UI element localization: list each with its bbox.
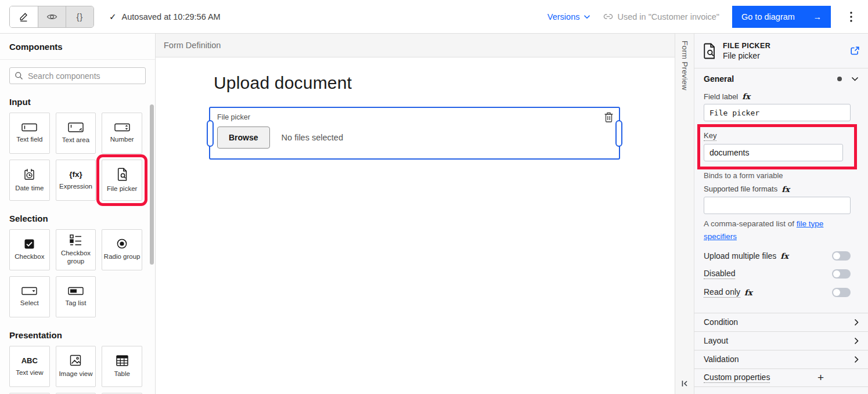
palette-item-label: Checkbox [13, 253, 45, 261]
table-icon [116, 355, 128, 366]
kebab-icon [850, 12, 852, 22]
versions-dropdown[interactable]: Versions [548, 12, 591, 21]
fx-icon: fx [781, 185, 790, 194]
upload-multiple-files-row: Upload multiple files fx [704, 251, 851, 261]
plus-icon[interactable]: + [817, 371, 824, 384]
checkmark-icon: ✓ [109, 12, 117, 22]
palette-item-expression[interactable]: {fx} Expression [56, 160, 96, 201]
palette-item-date-time[interactable]: Date time [9, 160, 50, 201]
chevron-down-icon [584, 15, 590, 19]
tag-list-icon [68, 287, 84, 295]
chevron-down-icon [851, 77, 859, 81]
read-only-toggle[interactable] [832, 288, 851, 297]
checkbox-group-icon [70, 234, 82, 245]
select-icon [21, 287, 37, 295]
design-mode-button[interactable] [10, 6, 38, 27]
browse-button[interactable]: Browse [217, 126, 270, 149]
used-in-link[interactable]: Used in "Customer invoice" [603, 12, 719, 21]
validation-section[interactable]: Validation [694, 350, 868, 368]
layout-section[interactable]: Layout [694, 331, 868, 350]
disabled-row: Disabled [704, 269, 851, 279]
properties-panel-header: FILE PICKER File picker [694, 34, 868, 68]
versions-label: Versions [548, 12, 580, 21]
expression-icon: {fx} [69, 170, 82, 179]
checkbox-icon [24, 239, 34, 249]
editor-mode-switcher: {} [9, 6, 94, 28]
form-canvas[interactable]: Upload document File picker Browse No fi… [156, 57, 675, 394]
upload-multiple-files-toggle[interactable] [832, 251, 851, 261]
formats-caption: Supported file formats fx [704, 185, 851, 194]
properties-panel: FILE PICKER File picker General Field la… [694, 34, 868, 394]
palette-title: Components [0, 34, 155, 60]
component-search [9, 67, 146, 84]
palette-item-label: Select [19, 299, 40, 308]
fx-icon: fx [742, 92, 750, 101]
general-title: General [704, 74, 734, 84]
field-label-caption: Field label fx [704, 92, 851, 101]
palette-item-label: Checkbox group [56, 250, 96, 266]
section-label-selection: Selection [9, 214, 142, 223]
palette-item-label: File picker [106, 185, 138, 193]
json-mode-button[interactable]: {} [66, 6, 93, 27]
chevron-right-icon [854, 319, 859, 326]
formats-help-text: A comma-separated list of file type spec… [704, 218, 851, 243]
number-icon [114, 123, 130, 132]
palette-item-radio-group[interactable]: Radio group [102, 229, 142, 270]
braces-icon: {} [77, 12, 83, 21]
palette-item-label: Expression [58, 183, 93, 191]
palette-item-label: Text view [15, 369, 44, 377]
external-link-button[interactable] [850, 46, 860, 56]
palette-item-checkbox-group[interactable]: Checkbox group [56, 229, 96, 270]
preview-mode-button[interactable] [38, 6, 66, 27]
custom-properties-section[interactable]: Custom properties + [694, 368, 868, 387]
overflow-menu-button[interactable] [844, 9, 859, 24]
selected-file-picker-component[interactable]: File picker Browse No files selected [209, 107, 620, 160]
palette-item-number[interactable]: Number [102, 113, 142, 154]
palette-item-text-field[interactable]: Text field [9, 113, 50, 154]
palette-item-label: Text field [15, 136, 44, 144]
fx-icon: fx [744, 288, 752, 297]
palette-item-checkbox[interactable]: Checkbox [9, 229, 50, 270]
component-name-label: File picker [723, 51, 770, 60]
form-preview-label: Form Preview [680, 41, 689, 91]
collapse-panel-button[interactable] [680, 379, 689, 388]
palette-item-label: Text area [61, 136, 91, 144]
text-field-icon [21, 123, 37, 132]
condition-section[interactable]: Condition [694, 313, 868, 331]
component-field-label: File picker [217, 113, 612, 121]
general-section-header[interactable]: General [694, 68, 868, 88]
image-view-icon [70, 355, 81, 366]
key-input[interactable] [704, 144, 843, 161]
section-label-input: Input [9, 97, 142, 107]
disabled-toggle[interactable] [832, 269, 851, 279]
palette-item-label: Radio group [103, 253, 142, 261]
trash-icon [604, 112, 613, 122]
go-to-diagram-button[interactable]: Go to diagram → [732, 6, 831, 28]
used-in-label: Used in "Customer invoice" [617, 12, 719, 21]
component-type-label: FILE PICKER [723, 42, 770, 50]
link-icon [603, 12, 613, 21]
palette-item-label: Date time [14, 185, 45, 193]
palette-item-file-picker[interactable]: File picker [102, 160, 142, 201]
palette-item-image-view[interactable]: Image view [56, 346, 96, 387]
read-only-row: Read only fx [704, 287, 851, 298]
go-to-diagram-label: Go to diagram [741, 12, 795, 21]
palette-item-tag-list[interactable]: Tag list [56, 276, 96, 317]
palette-item-text-area[interactable]: Text area [56, 113, 96, 154]
palette-item-table[interactable]: Table [102, 346, 142, 387]
palette-item-label: Table [113, 370, 131, 378]
palette-item-select[interactable]: Select [9, 276, 50, 317]
search-icon [15, 71, 23, 80]
text-area-icon [68, 122, 84, 132]
field-label-input[interactable] [704, 104, 851, 121]
sidebar-scrollbar[interactable] [150, 104, 154, 265]
delete-component-button[interactable] [604, 112, 613, 122]
palette-item-text-view[interactable]: ABC Text view [9, 346, 50, 387]
radio-group-icon [117, 238, 127, 249]
search-components-input[interactable] [9, 67, 146, 84]
supported-formats-input[interactable] [704, 197, 851, 214]
form-title: Upload document [214, 73, 675, 93]
key-help-text: Binds to a form variable [704, 171, 851, 181]
arrow-right-icon: → [813, 12, 822, 21]
form-editor-canvas: Form Definition Upload document File pic… [156, 34, 675, 394]
